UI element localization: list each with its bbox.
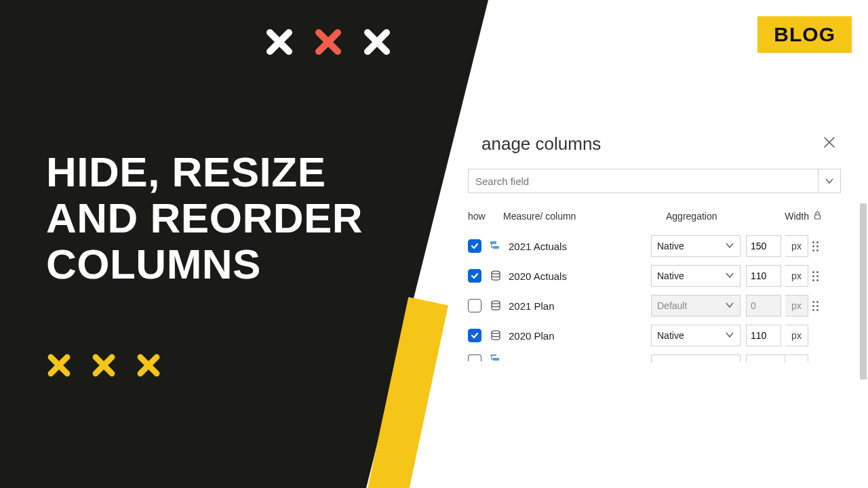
show-checkbox[interactable] [468, 239, 481, 253]
drag-handle[interactable] [812, 301, 822, 311]
svg-rect-6 [490, 354, 496, 356]
x-icon [91, 352, 117, 378]
px-label: px [785, 235, 808, 257]
table-row: 2020 ActualsNativepx [468, 261, 841, 291]
blog-badge: BLOG [757, 16, 852, 53]
measure-label: 2020 Plan [503, 330, 651, 342]
show-checkbox[interactable] [468, 269, 481, 283]
show-checkbox[interactable] [468, 299, 481, 312]
hierarchy-icon [488, 354, 503, 361]
database-icon [488, 300, 503, 312]
chevron-down-icon [725, 241, 734, 252]
page-title: HIDE, RESIZE AND REORDER COLUMNS [46, 149, 363, 288]
manage-columns-panel: anage columns how Measure/ column Aggreg… [461, 132, 848, 364]
x-icon [46, 352, 72, 378]
header-width: Width [785, 211, 809, 222]
svg-point-4 [492, 301, 500, 304]
table-row: 2021 ActualsNativepx [468, 231, 841, 261]
aggregation-select[interactable]: Native [651, 265, 741, 287]
show-checkbox[interactable] [468, 329, 481, 342]
measure-label: 2021 Actuals [503, 241, 651, 252]
title-line: AND REORDER [46, 195, 363, 241]
lock-icon [813, 211, 822, 222]
x-icon [362, 27, 392, 57]
database-icon [488, 329, 503, 342]
measure-label: 2020 Actuals [503, 270, 651, 282]
drag-handle[interactable] [812, 271, 822, 281]
hierarchy-icon [488, 240, 503, 252]
header-measure: Measure/ column [503, 211, 666, 222]
show-checkbox[interactable] [468, 354, 481, 361]
svg-rect-1 [490, 241, 496, 244]
close-button[interactable] [816, 132, 842, 155]
width-input[interactable] [746, 265, 781, 287]
aggregation-select: Default [651, 295, 741, 317]
x-icon [264, 27, 294, 57]
title-line: HIDE, RESIZE [46, 149, 363, 195]
title-line: COLUMNS [46, 241, 363, 287]
header-aggregation: Aggregation [666, 211, 761, 222]
table-row: 2020 PlanNativepx [468, 321, 841, 350]
svg-rect-0 [815, 215, 821, 219]
width-input[interactable] [746, 325, 781, 346]
x-icon [136, 352, 161, 378]
table-row: 2021 PlanDefaultpx [468, 291, 841, 321]
header-show: how [468, 211, 503, 222]
measure-label: 2021 Plan [503, 300, 651, 312]
svg-rect-7 [493, 358, 499, 361]
chevron-down-icon [725, 270, 734, 282]
px-label: px [785, 325, 808, 346]
chevron-down-icon [725, 330, 734, 342]
px-label: px [785, 295, 808, 317]
drag-handle[interactable] [812, 241, 822, 251]
svg-rect-2 [493, 246, 499, 249]
search-dropdown-button[interactable] [818, 169, 841, 193]
svg-point-3 [492, 271, 500, 274]
width-input [746, 295, 781, 317]
svg-point-5 [492, 331, 500, 333]
width-input[interactable] [746, 235, 781, 257]
px-label: px [785, 265, 808, 287]
aggregation-select[interactable]: Native [651, 325, 741, 346]
x-icon [313, 27, 343, 57]
panel-title: anage columns [481, 134, 601, 155]
aggregation-select[interactable]: Native [651, 235, 741, 257]
table-row-partial [468, 350, 841, 364]
bottom-x-row [46, 352, 161, 378]
search-input[interactable] [468, 169, 818, 193]
top-x-row [264, 27, 392, 57]
scrollbar[interactable] [860, 203, 867, 380]
aggregation-select[interactable] [651, 354, 741, 363]
database-icon [488, 270, 503, 282]
chevron-down-icon [725, 300, 734, 312]
